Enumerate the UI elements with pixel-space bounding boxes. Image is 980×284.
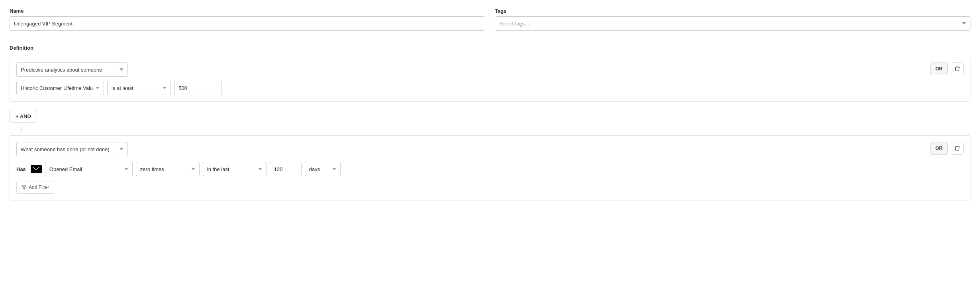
email-icon xyxy=(31,165,42,173)
condition-row-1-detail: Historic Customer Lifetime Value is at l… xyxy=(16,81,964,95)
condition2-timeframe-select[interactable]: in the last xyxy=(203,162,267,176)
condition1-value-input[interactable] xyxy=(174,81,222,95)
condition1-operator-select[interactable]: is at least xyxy=(107,81,171,95)
condition2-or-button[interactable]: OR xyxy=(930,142,948,155)
definition-label: Definition xyxy=(10,45,970,51)
trash-icon-2 xyxy=(955,146,960,151)
trash-icon xyxy=(955,66,960,72)
condition2-period-select[interactable]: days xyxy=(305,162,341,176)
condition2-days-input[interactable] xyxy=(270,162,302,176)
filter-icon xyxy=(22,185,26,190)
condition1-delete-button[interactable] xyxy=(951,62,964,75)
condition-row-1-type: Predictive analytics about someone xyxy=(16,62,964,77)
condition2-type-select[interactable]: What someone has done (or not done) xyxy=(16,142,128,156)
condition2-action-select[interactable]: Opened Email xyxy=(45,162,133,176)
and-line xyxy=(22,127,22,132)
and-connector: + AND xyxy=(10,105,970,132)
add-filter-label: Add Filter xyxy=(29,185,49,190)
condition1-or-button[interactable]: OR xyxy=(930,62,948,75)
name-label: Name xyxy=(10,8,485,14)
name-input[interactable] xyxy=(10,16,485,31)
condition1-type-select[interactable]: Predictive analytics about someone xyxy=(16,62,128,77)
add-filter-row: Add Filter xyxy=(16,176,964,194)
add-filter-button[interactable]: Add Filter xyxy=(16,181,54,194)
condition-block-2: What someone has done (or not done) Has … xyxy=(10,135,970,200)
has-label: Has xyxy=(16,166,26,172)
condition1-property-select[interactable]: Historic Customer Lifetime Value xyxy=(16,81,104,95)
condition-row-2-type: What someone has done (or not done) xyxy=(16,142,964,156)
condition-row-2-detail: Has Opened Email zero times in the last … xyxy=(16,162,964,176)
condition2-frequency-select[interactable]: zero times xyxy=(136,162,200,176)
condition2-delete-button[interactable] xyxy=(951,142,964,155)
tags-select[interactable]: Select tags... xyxy=(495,16,970,31)
condition-block-1: Predictive analytics about someone Histo… xyxy=(10,56,970,102)
and-button[interactable]: + AND xyxy=(10,110,37,123)
tags-label: Tags xyxy=(495,8,970,14)
